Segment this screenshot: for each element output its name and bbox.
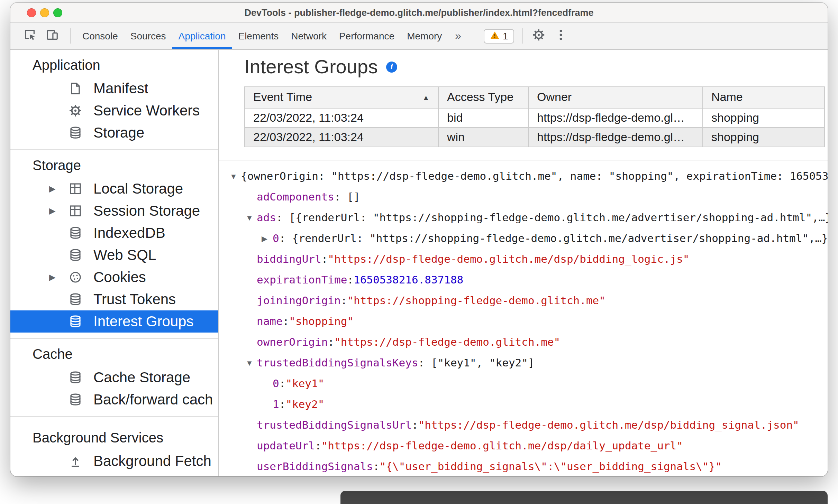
table-row[interactable]: 22/03/2022, 11:03:24bidhttps://dsp-fledg… — [245, 108, 825, 128]
sidebar-item-cache-storage[interactable]: Cache Storage — [10, 366, 218, 389]
warnings-badge[interactable]: 1 — [483, 29, 514, 43]
tree-line[interactable]: trustedBiddingSignalsUrl: "https://dsp-f… — [230, 415, 828, 436]
column-header-event-time[interactable]: Event Time▲ — [245, 87, 438, 108]
tab-application[interactable]: Application — [172, 23, 232, 49]
event-time-cell: 22/03/2022, 11:03:24 — [245, 128, 438, 147]
sidebar-item-label: IndexedDB — [93, 225, 165, 241]
tree-expander-icon[interactable]: ▶ — [262, 234, 273, 243]
tree-line[interactable]: joiningOrigin: "https://shopping-fledge-… — [230, 290, 828, 311]
property-name: updateUrl — [257, 440, 315, 452]
preview-text: : — [321, 253, 328, 265]
tree-line[interactable]: expirationTime: 1650538216.837188 — [230, 270, 828, 290]
close-button[interactable] — [27, 8, 36, 17]
tree-line[interactable]: updateUrl: "https://dsp-fledge-demo.glit… — [230, 436, 828, 456]
sidebar-item-storage[interactable]: Storage — [10, 122, 218, 144]
preview-text: : [] — [334, 191, 360, 203]
table-row[interactable]: 22/03/2022, 11:03:24winhttps://dsp-fledg… — [245, 128, 825, 147]
property-name: expirationTime — [257, 274, 347, 286]
sidebar-item-label: Background Fetch — [93, 453, 211, 469]
string-value: "https://dsp-fledge-demo.glitch.me" — [334, 336, 560, 348]
tree-line[interactable]: biddingUrl: "https://dsp-fledge-demo.gli… — [230, 249, 828, 270]
tree-line[interactable]: ownerOrigin: "https://dsp-fledge-demo.gl… — [230, 332, 828, 353]
sidebar-item-back-forward-cach[interactable]: Back/forward cach — [10, 389, 218, 411]
preview-text: : — [315, 440, 321, 452]
sidebar-item-label: Storage — [93, 124, 144, 141]
sidebar-item-interest-groups[interactable]: Interest Groups — [10, 310, 218, 333]
window-titlebar: DevTools - publisher-fledge-demo.glitch.… — [10, 3, 828, 23]
inspect-element-button[interactable] — [20, 26, 39, 46]
table-body: 22/03/2022, 11:03:24bidhttps://dsp-fledg… — [245, 108, 825, 147]
column-header-name[interactable]: Name — [703, 87, 825, 108]
tree-line[interactable]: ▼ads: [{renderUrl: "https://shopping-fle… — [230, 207, 828, 228]
tree-line[interactable]: adComponents: [] — [230, 187, 828, 207]
devtools-toolbar: ConsoleSourcesApplicationElementsNetwork… — [10, 23, 828, 50]
column-header-access-type[interactable]: Access Type — [438, 87, 528, 108]
access-type-cell: win — [438, 128, 528, 147]
name-cell: shopping — [703, 108, 825, 128]
kebab-menu-icon — [554, 28, 567, 44]
tree-line[interactable]: ▼{ownerOrigin: "https://dsp-fledge-demo.… — [230, 166, 828, 187]
tree-line[interactable]: name: "shopping" — [230, 311, 828, 332]
tree-expander-icon[interactable]: ▼ — [246, 214, 257, 222]
sidebar-item-label: Cookies — [93, 269, 146, 286]
expander-icon[interactable]: ▶ — [44, 206, 69, 216]
section-header-background-services: Background Services — [10, 425, 218, 450]
toolbar-divider — [522, 28, 523, 44]
tree-line[interactable]: ▼trustedBiddingSignalsKeys: ["key1", "ke… — [230, 353, 828, 373]
settings-button[interactable] — [529, 26, 548, 46]
maximize-button[interactable] — [53, 8, 62, 17]
sidebar-item-service-workers[interactable]: Service Workers — [10, 100, 218, 122]
string-value: "https://dsp-fledge-demo.glitch.me/dsp/b… — [328, 253, 689, 265]
expander-icon[interactable]: ▶ — [44, 272, 69, 282]
minimize-button[interactable] — [40, 8, 49, 17]
sidebar-item-session-storage[interactable]: ▶Session Storage — [10, 200, 218, 222]
tab-sources[interactable]: Sources — [124, 23, 172, 49]
tab-network[interactable]: Network — [285, 23, 333, 49]
property-name: trustedBiddingSignalsUrl — [257, 419, 412, 431]
tree-line[interactable]: 0: "key1" — [230, 373, 828, 394]
sidebar-item-indexeddb[interactable]: IndexedDB — [10, 222, 218, 244]
tree-line[interactable]: ▶0: {renderUrl: "https://shopping-fledge… — [230, 228, 828, 249]
database-icon — [69, 126, 82, 140]
property-name: ownerOrigin — [257, 336, 328, 348]
tree-line[interactable]: userBiddingSignals: "{\"user_bidding_sig… — [230, 456, 828, 476]
toolbar-divider — [70, 28, 71, 44]
more-options-button[interactable] — [551, 26, 570, 46]
owner-cell: https://dsp-fledge-demo.gl… — [528, 128, 703, 147]
device-toolbar-button[interactable] — [42, 26, 62, 46]
access-type-cell: bid — [438, 108, 528, 128]
database-icon — [69, 292, 82, 306]
sidebar-item-manifest[interactable]: Manifest — [10, 77, 218, 100]
database-icon — [69, 315, 82, 328]
tab-performance[interactable]: Performance — [333, 23, 401, 49]
sidebar-section-storage: Storage▶Local Storage▶Session StorageInd… — [10, 150, 218, 339]
tab-memory[interactable]: Memory — [401, 23, 448, 49]
preview-text: : — [279, 398, 286, 411]
sidebar-item-web-sql[interactable]: Web SQL — [10, 244, 218, 266]
column-label: Name — [711, 91, 743, 104]
sidebar-item-label: Local Storage — [93, 180, 183, 197]
preview-text: : {renderUrl: "https://shopping-fledge-d… — [279, 232, 828, 245]
preview-text: : — [283, 315, 289, 328]
sidebar-item-local-storage[interactable]: ▶Local Storage — [10, 178, 218, 200]
preview-text: : — [328, 336, 334, 348]
property-name: name — [257, 315, 283, 328]
preview-text: : — [373, 460, 380, 473]
expander-icon[interactable]: ▶ — [44, 184, 69, 194]
preview-text: : — [347, 274, 354, 286]
sort-ascending-icon: ▲ — [422, 93, 430, 102]
column-header-owner[interactable]: Owner — [528, 87, 703, 108]
sidebar-item-background-fetch[interactable]: Background Fetch — [10, 450, 218, 472]
tree-expander-icon[interactable]: ▼ — [246, 359, 257, 367]
string-value: "shopping" — [289, 315, 354, 328]
info-icon[interactable]: i — [386, 61, 397, 72]
more-panels-button[interactable]: » — [448, 30, 468, 42]
tab-console[interactable]: Console — [76, 23, 124, 49]
window-controls — [27, 8, 62, 17]
sidebar-item-cookies[interactable]: ▶Cookies — [10, 266, 218, 288]
sidebar-item-trust-tokens[interactable]: Trust Tokens — [10, 288, 218, 310]
tree-line[interactable]: 1: "key2" — [230, 394, 828, 415]
warning-icon — [490, 31, 499, 41]
tree-expander-icon[interactable]: ▼ — [230, 172, 241, 180]
tab-elements[interactable]: Elements — [232, 23, 285, 49]
